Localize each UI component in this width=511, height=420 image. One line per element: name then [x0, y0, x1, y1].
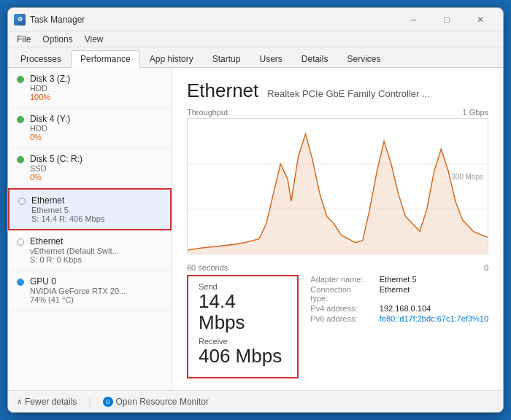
chart-labels-bottom: 60 seconds 0 — [187, 263, 488, 272]
fewer-details-button[interactable]: ∧ Fewer details — [17, 397, 77, 407]
tab-processes[interactable]: Processes — [11, 50, 71, 67]
app-icon: ⚙ — [14, 14, 26, 26]
footer: ∧ Fewer details | ⊙ Open Resource Monito… — [8, 390, 503, 412]
sidebar-status: S: 14.4 R: 406 Mbps — [31, 214, 161, 223]
ipv4-label: Pv4 address: — [310, 304, 370, 313]
ipv6-label: Pv6 address: — [310, 314, 370, 323]
tabbar: Processes Performance App history Startu… — [8, 47, 503, 68]
stats-left-panel: Send 14.4 Mbps Receive 406 Mbps — [187, 275, 299, 378]
chart-area: 300 Mbps — [187, 118, 488, 254]
sidebar-label: GPU 0 — [30, 276, 163, 287]
connection-type-value: Ethernet — [380, 285, 488, 303]
sidebar-status: S: 0 R: 0 Kbps — [30, 255, 163, 264]
time-label: 60 seconds — [187, 263, 228, 272]
minimize-button[interactable]: ─ — [396, 8, 430, 31]
window-title: Task Manager — [30, 15, 396, 25]
resource-monitor-icon: ⊙ — [103, 397, 113, 407]
sidebar-item-gpu[interactable]: GPU 0 NVIDIA GeForce RTX 20... 74% (41 °… — [8, 271, 172, 311]
sidebar-sublabel: HDD — [30, 124, 163, 133]
footer-divider: | — [88, 397, 91, 407]
sidebar-label: Disk 4 (Y:) — [30, 114, 163, 124]
maximize-button[interactable]: □ — [430, 8, 464, 31]
sidebar-sublabel: NVIDIA GeForce RTX 20... — [30, 287, 163, 295]
menu-file[interactable]: File — [11, 33, 36, 46]
adapter-name-value: Ethernet 5 — [380, 275, 488, 284]
tab-startup[interactable]: Startup — [203, 50, 250, 67]
ipv4-value: 192.168.0.104 — [380, 304, 488, 313]
sidebar-status: 0% — [30, 133, 163, 141]
sidebar: Disk 3 (Z:) HDD 100% Disk 4 (Y:) HDD 0% … — [8, 68, 172, 390]
receive-stat: Receive 406 Mbps — [199, 337, 287, 367]
sidebar-status: 0% — [30, 173, 163, 182]
sidebar-item-disk5[interactable]: Disk 5 (C: R:) SSD 0% — [8, 148, 172, 188]
panel-title: Ethernet — [187, 79, 258, 102]
sidebar-label: Disk 5 (C: R:) — [30, 154, 163, 164]
sidebar-item-disk3[interactable]: Disk 3 (Z:) HDD 100% — [8, 68, 172, 108]
sidebar-item-disk4[interactable]: Disk 4 (Y:) HDD 0% — [8, 108, 172, 148]
chart-labels-top: Throughput 1 Gbps — [187, 108, 488, 117]
sidebar-item-ethernet2[interactable]: Ethernet vEthernet (Default Swit... S: 0… — [8, 230, 172, 271]
fewer-details-label: Fewer details — [25, 397, 77, 407]
main-content: Disk 3 (Z:) HDD 100% Disk 4 (Y:) HDD 0% … — [8, 68, 503, 390]
menu-view[interactable]: View — [79, 33, 110, 46]
status-dot — [17, 238, 24, 246]
throughput-label: Throughput — [187, 108, 228, 117]
status-dot — [17, 76, 24, 83]
status-dot — [18, 198, 26, 205]
task-manager-window: ⚙ Task Manager ─ □ ✕ File Options View P… — [7, 7, 504, 413]
adapter-name-label: Adapter name: — [310, 275, 370, 284]
menu-options[interactable]: Options — [36, 33, 78, 46]
sidebar-label: Ethernet — [31, 195, 161, 206]
ipv6-value: fe80::d17f:2bdc:67c1:7ef3%10 — [380, 314, 488, 323]
status-dot — [17, 116, 24, 123]
panel-subtitle: Realtek PCIe GbE Family Controller ... — [267, 88, 430, 99]
time-right-label: 0 — [484, 263, 488, 272]
titlebar: ⚙ Task Manager ─ □ ✕ — [8, 8, 503, 31]
tab-users[interactable]: Users — [250, 50, 291, 67]
connection-type-label: Connection type: — [310, 285, 370, 303]
receive-value: 406 Mbps — [199, 346, 287, 367]
sidebar-sublabel: Ethernet 5 — [31, 206, 161, 214]
main-header: Ethernet Realtek PCIe GbE Family Control… — [187, 79, 488, 102]
send-value: 14.4 Mbps — [199, 291, 287, 332]
chevron-up-icon: ∧ — [17, 397, 22, 405]
tab-performance[interactable]: Performance — [71, 50, 140, 68]
chart-mid-label: 300 Mbps — [451, 173, 483, 181]
max-speed-label: 1 Gbps — [463, 108, 488, 117]
stats-right-panel: Adapter name: Ethernet 5 Connection type… — [310, 275, 488, 378]
status-dot — [17, 156, 24, 163]
sidebar-item-ethernet-selected[interactable]: Ethernet Ethernet 5 S: 14.4 R: 406 Mbps — [8, 188, 172, 230]
sidebar-status: 74% (41 °C) — [30, 295, 163, 304]
sidebar-label: Disk 3 (Z:) — [30, 74, 163, 84]
main-panel: Ethernet Realtek PCIe GbE Family Control… — [172, 68, 503, 390]
status-dot — [17, 279, 24, 286]
tab-services[interactable]: Services — [338, 50, 391, 67]
throughput-chart — [188, 119, 488, 254]
stats-row: Send 14.4 Mbps Receive 406 Mbps Adapter … — [187, 275, 488, 378]
resource-monitor-label: Open Resource Monitor — [116, 397, 209, 407]
sidebar-sublabel: vEthernet (Default Swit... — [30, 246, 163, 255]
open-resource-monitor-button[interactable]: ⊙ Open Resource Monitor — [103, 397, 209, 407]
send-stat: Send 14.4 Mbps — [199, 282, 287, 332]
sidebar-label: Ethernet — [30, 236, 163, 246]
window-controls: ─ □ ✕ — [396, 8, 497, 31]
sidebar-status: 100% — [30, 93, 163, 101]
tab-app-history[interactable]: App history — [140, 50, 203, 67]
menubar: File Options View — [8, 31, 503, 47]
sidebar-sublabel: SSD — [30, 164, 163, 173]
close-button[interactable]: ✕ — [464, 8, 497, 31]
sidebar-sublabel: HDD — [30, 84, 163, 93]
tab-details[interactable]: Details — [292, 50, 338, 67]
